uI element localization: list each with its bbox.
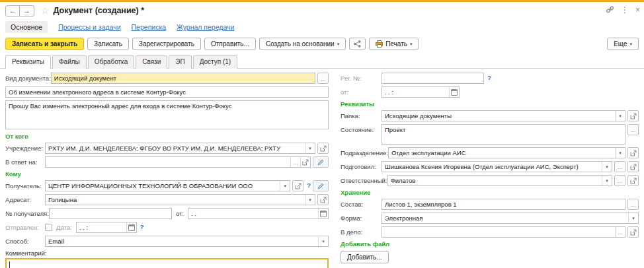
favorite-star-icon[interactable]: ☆ bbox=[41, 5, 50, 16]
composition-choose-button[interactable]: ... bbox=[627, 199, 639, 210]
prepared-by-field[interactable]: Шишканова Ксения Игоревна (Отдел эксплуа… bbox=[382, 161, 612, 172]
sent-help-icon[interactable]: ? bbox=[140, 223, 144, 230]
institution-field[interactable]: РХТУ ИМ. Д.И. МЕНДЕЛЕЕВА; ФГБОУ ВО РХТУ … bbox=[45, 143, 315, 154]
prepared-by-choose-button[interactable]: ... bbox=[614, 161, 625, 172]
institution-open-button[interactable] bbox=[317, 143, 329, 154]
reg-date-placeholder: . . : bbox=[385, 88, 449, 96]
chevron-down-icon[interactable]: ▾ bbox=[305, 143, 315, 153]
reg-number-row: Рег. №: ? bbox=[341, 73, 639, 84]
nav-correspondence[interactable]: Переписка bbox=[132, 23, 167, 31]
in-reply-fill-button[interactable] bbox=[313, 156, 329, 168]
state-label: Состояние: bbox=[341, 124, 382, 133]
storage-section-header: Хранение bbox=[341, 189, 639, 196]
reg-date-field[interactable]: . . : bbox=[382, 86, 460, 98]
doc-body-value: Прошу Вас изменить электронный адрес для… bbox=[9, 102, 231, 110]
recipient-field[interactable]: ЦЕНТР ИНФОРМАЦИОННЫХ ТЕХНОЛОГИЙ В ОБРАЗО… bbox=[45, 180, 290, 191]
doc-body-field[interactable]: Прошу Вас изменить электронный адрес для… bbox=[5, 100, 329, 129]
composition-value: Листов 1, экземпляров 1 bbox=[385, 201, 625, 208]
in-reply-field[interactable]: ... bbox=[45, 156, 311, 168]
tab-files[interactable]: Файлы bbox=[52, 55, 87, 69]
tab-signature[interactable]: ЭП bbox=[169, 55, 191, 69]
open-link-icon[interactable] bbox=[300, 157, 310, 167]
doc-type-choose-button[interactable]: ... bbox=[317, 73, 329, 84]
open-link-icon bbox=[630, 178, 637, 184]
nav-transfer-log[interactable]: Журнал передачи bbox=[177, 23, 234, 31]
state-choose-button[interactable]: ... bbox=[627, 124, 639, 135]
recipient-row: Получатель: ЦЕНТР ИНФОРМАЦИОННЫХ ТЕХНОЛО… bbox=[5, 180, 329, 191]
form-field[interactable]: Электронная ▾ bbox=[382, 213, 639, 224]
prepared-by-open-button[interactable] bbox=[627, 161, 639, 172]
in-reply-choose-button[interactable]: ... bbox=[290, 157, 300, 167]
case-choose-button[interactable]: ... bbox=[615, 227, 625, 237]
chevron-down-icon: ▾ bbox=[410, 42, 413, 47]
section-nav: Основное Процессы и задачи Переписка Жур… bbox=[0, 19, 644, 36]
send-button[interactable]: Отправить... bbox=[204, 38, 256, 50]
save-button[interactable]: Записать bbox=[87, 38, 129, 50]
recipient-date-field[interactable]: . . bbox=[188, 208, 329, 219]
chevron-down-icon[interactable]: ▾ bbox=[318, 236, 328, 246]
sent-label: Отправлен: bbox=[5, 222, 45, 231]
reg-number-field[interactable] bbox=[382, 73, 484, 84]
kebab-menu-icon[interactable]: ⋮ bbox=[621, 6, 629, 14]
folder-open-button[interactable] bbox=[627, 110, 639, 121]
addressee-label: Адресат: bbox=[5, 194, 45, 203]
addressee-open-button[interactable] bbox=[317, 194, 329, 205]
department-field[interactable]: Отдел эксплуатации АИС ▾ bbox=[388, 147, 625, 158]
save-and-close-button[interactable]: Записать и закрыть bbox=[5, 38, 84, 50]
case-open-button[interactable] bbox=[627, 226, 639, 238]
case-field[interactable]: ... bbox=[382, 226, 625, 238]
department-open-button[interactable] bbox=[627, 147, 639, 158]
right-column: Рег. №: ? от: . . : Реквизиты Папка: Исх… bbox=[341, 73, 639, 263]
nav-main[interactable]: Основное bbox=[5, 21, 48, 33]
chevron-down-icon[interactable]: ▾ bbox=[615, 111, 625, 121]
close-icon[interactable]: × bbox=[635, 6, 640, 14]
open-link-icon bbox=[630, 229, 637, 236]
doc-title-field[interactable]: Об изменении электронного адреса в систе… bbox=[5, 86, 329, 98]
recipient-date-placeholder: . . bbox=[191, 210, 318, 217]
sent-date-field[interactable]: . . : bbox=[76, 222, 137, 233]
chevron-down-icon[interactable]: ▾ bbox=[628, 213, 638, 223]
responsible-open-button[interactable] bbox=[627, 175, 639, 186]
calendar-icon[interactable] bbox=[449, 87, 459, 97]
responsible-choose-button[interactable]: ... bbox=[614, 175, 625, 186]
responsible-field[interactable]: Филатов ▾ bbox=[387, 175, 613, 186]
composition-field[interactable]: Листов 1, экземпляров 1 bbox=[382, 199, 625, 210]
chevron-down-icon[interactable]: ▾ bbox=[305, 195, 315, 205]
left-column: Вид документа: Исходящий документ ... Об… bbox=[5, 73, 329, 268]
add-file-button[interactable]: Добавить... bbox=[341, 251, 389, 263]
tab-requisites[interactable]: Реквизиты bbox=[5, 55, 51, 69]
forward-button[interactable]: → bbox=[20, 5, 34, 17]
create-based-on-button[interactable]: Создать на основании ▾ bbox=[259, 38, 346, 50]
recipient-number-field[interactable] bbox=[49, 208, 172, 219]
chevron-down-icon[interactable]: ▾ bbox=[602, 162, 612, 172]
tab-access[interactable]: Доступ (1) bbox=[193, 55, 238, 69]
state-field[interactable]: Проект bbox=[382, 124, 625, 145]
calendar-icon[interactable] bbox=[126, 222, 136, 232]
back-button[interactable]: ← bbox=[5, 5, 20, 17]
sent-checkbox[interactable] bbox=[45, 224, 52, 231]
recipient-help-icon[interactable]: ? bbox=[307, 182, 311, 189]
sent-row: Отправлен: Дата: . . : ? bbox=[5, 222, 329, 233]
tab-links[interactable]: Связи bbox=[136, 55, 167, 69]
recipient-open-button[interactable] bbox=[292, 180, 303, 191]
recipient-fill-button[interactable] bbox=[313, 180, 329, 191]
nav-processes[interactable]: Процессы и задачи bbox=[58, 23, 120, 31]
comment-field[interactable] bbox=[5, 258, 329, 268]
method-field[interactable]: Email ▾ bbox=[45, 236, 329, 247]
doc-type-field[interactable]: Исходящий документ bbox=[51, 73, 315, 84]
chevron-down-icon[interactable]: ▾ bbox=[602, 176, 612, 185]
more-button[interactable]: Еще ▾ bbox=[607, 38, 639, 50]
get-link-icon[interactable] bbox=[606, 5, 614, 14]
institution-label: Учреждение: bbox=[5, 143, 45, 152]
calendar-icon[interactable] bbox=[318, 209, 328, 218]
addressee-field[interactable]: Голицына ▾ bbox=[45, 194, 315, 205]
share-icon bbox=[354, 40, 361, 48]
register-button[interactable]: Зарегистрировать bbox=[132, 38, 201, 50]
chevron-down-icon[interactable]: ▾ bbox=[615, 148, 625, 158]
chevron-down-icon[interactable]: ▾ bbox=[280, 181, 290, 191]
tab-processing[interactable]: Обработка bbox=[88, 55, 134, 69]
print-button[interactable]: Печать ▾ bbox=[369, 38, 419, 50]
folder-field[interactable]: Исходящие документы ▾ bbox=[382, 110, 625, 121]
reg-number-help-icon[interactable]: ? bbox=[487, 74, 491, 81]
share-button[interactable] bbox=[349, 38, 366, 50]
